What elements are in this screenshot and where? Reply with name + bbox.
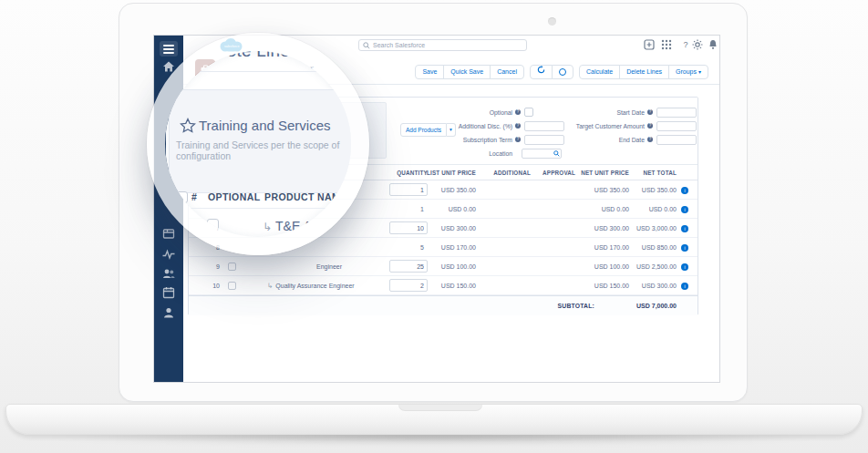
refresh-icon (537, 66, 545, 74)
field-label: Optional (412, 109, 512, 116)
list-unit-price: USD 300.00 (412, 219, 476, 238)
setup-gear-icon[interactable] (692, 39, 703, 50)
row-optional-checkbox[interactable] (228, 282, 236, 290)
analytics-pulse-icon[interactable] (162, 248, 175, 261)
list-unit-price: USD 170.00 (412, 238, 476, 257)
magnifier-lens-view: Quote Line Editor Training and Services … (165, 51, 351, 237)
field-label: End Date (544, 137, 645, 143)
add-box-icon[interactable] (644, 39, 655, 50)
global-search (358, 39, 527, 51)
target-customer-amount-input[interactable] (656, 121, 697, 131)
sync-circle-icon (559, 68, 566, 76)
info-icon[interactable]: i (681, 187, 688, 194)
info-icon[interactable]: ? (647, 123, 653, 129)
info-icon[interactable]: i (681, 225, 688, 232)
list-unit-price: USD 100.00 (412, 257, 476, 276)
field-location: Location (412, 147, 562, 160)
info-icon[interactable]: ? (515, 109, 521, 115)
column-header-list-unit-price: LIST UNIT PRICE (412, 165, 476, 180)
net-total: USD 0.00 (613, 200, 677, 219)
end-date-input[interactable] (656, 135, 697, 145)
laptop-camera-dot (548, 17, 556, 26)
search-input[interactable] (373, 42, 522, 48)
field-label: Start Date (544, 109, 645, 116)
magnifier-lens: Quote Line Editor Training and Services … (147, 33, 369, 255)
orders-box-icon[interactable] (162, 227, 175, 240)
list-unit-price: USD 150.00 (412, 276, 476, 295)
user-icon[interactable] (162, 306, 175, 319)
field-start-date: Start Date ? (544, 106, 697, 118)
divider (166, 208, 351, 209)
groups-menu-label: Groups (676, 68, 697, 75)
laptop-base-notch (398, 405, 482, 411)
field-label: Additional Disc. (%) (412, 123, 512, 129)
star-icon (180, 118, 196, 134)
select-all-checkbox (176, 191, 188, 203)
info-icon[interactable]: ? (647, 109, 653, 115)
app-launcher-icon[interactable] (661, 39, 672, 50)
lookup-search-icon[interactable] (553, 150, 560, 157)
groups-people-icon[interactable] (162, 267, 175, 280)
calculate-button[interactable]: Calculate (579, 65, 620, 79)
search-icon (363, 42, 370, 49)
net-total: USD 3,000.00 (613, 219, 677, 238)
field-label: Location (412, 150, 512, 157)
column-header-number: # (191, 191, 197, 202)
cancel-button[interactable]: Cancel (490, 65, 524, 79)
info-icon[interactable]: ? (515, 137, 521, 142)
groups-menu-button[interactable]: Groups ▾ (668, 65, 708, 79)
start-date-input[interactable] (656, 108, 697, 118)
subtotal-row: SUBTOTAL: USD 7,000.00 (189, 295, 698, 315)
list-unit-price: USD 0.00 (412, 200, 476, 219)
subtotal-value: USD 7,000.00 (604, 296, 677, 316)
info-icon[interactable]: ? (515, 123, 521, 129)
help-icon[interactable]: ? (680, 39, 691, 50)
delete-lines-button[interactable]: Delete Lines (619, 65, 669, 79)
sync-button[interactable] (552, 65, 574, 79)
field-additional-disc: Additional Disc. (%) ? (412, 119, 564, 132)
row-optional-checkbox (207, 219, 219, 231)
net-total: USD 2,500.00 (613, 257, 677, 276)
list-unit-price: USD 350.00 (412, 180, 476, 200)
field-end-date: End Date ? (544, 133, 697, 146)
divider (166, 71, 351, 72)
optional-checkbox[interactable] (524, 108, 533, 117)
row-number: 9 (202, 257, 220, 276)
column-header-optional: OPTIONAL (208, 191, 260, 202)
info-icon[interactable]: ? (647, 137, 653, 142)
info-icon[interactable]: i (681, 206, 688, 213)
product-name[interactable]: ↳Quality Assurance Engineer (267, 276, 388, 295)
laptop-base (5, 404, 863, 435)
subtotal-label: SUBTOTAL: (517, 296, 594, 316)
group-info-card: Training and Services Training and Servi… (169, 89, 351, 193)
quick-save-button[interactable]: Quick Save (443, 65, 491, 79)
info-icon[interactable]: i (681, 263, 688, 271)
notifications-bell-icon[interactable] (708, 39, 718, 50)
table-row: 9 Engineer USD 100.00 USD 100.00 USD 2,5… (189, 257, 698, 276)
net-total: USD 850.00 (613, 238, 677, 257)
net-total: USD 300.00 (613, 276, 677, 295)
header-actions: Save Quick Save Cancel Calculate Delete … (415, 65, 708, 79)
net-total: USD 350.00 (613, 180, 677, 200)
sub-item-arrow-icon: ↳ (263, 221, 272, 233)
group-name: Training and Services (199, 118, 331, 133)
row-number: 5 (185, 218, 196, 232)
refresh-button[interactable] (530, 65, 553, 79)
info-icon[interactable]: i (681, 244, 688, 252)
info-icon[interactable]: i (681, 283, 688, 290)
field-optional: Optional ? (412, 106, 533, 118)
page-title: Quote Line Editor (203, 51, 341, 61)
field-label: Subscription Term (412, 137, 512, 143)
menu-icon[interactable] (160, 41, 178, 57)
group-description: Training and Services per the scope of c… (176, 139, 351, 161)
row-number: 10 (202, 276, 220, 295)
row-optional-checkbox[interactable] (228, 263, 236, 271)
column-header-net-total: NET TOTAL (613, 165, 677, 180)
sub-item-arrow-icon: ↳ (267, 282, 273, 290)
table-row: 10 ↳Quality Assurance Engineer USD 150.0… (189, 276, 698, 295)
calendar-icon[interactable] (162, 286, 175, 299)
field-subscription-term: Subscription Term ? (412, 133, 564, 146)
save-button[interactable]: Save (415, 65, 444, 79)
chevron-down-icon: ▾ (698, 69, 701, 75)
column-header-product-name: PRODUCT NAME (264, 191, 347, 202)
